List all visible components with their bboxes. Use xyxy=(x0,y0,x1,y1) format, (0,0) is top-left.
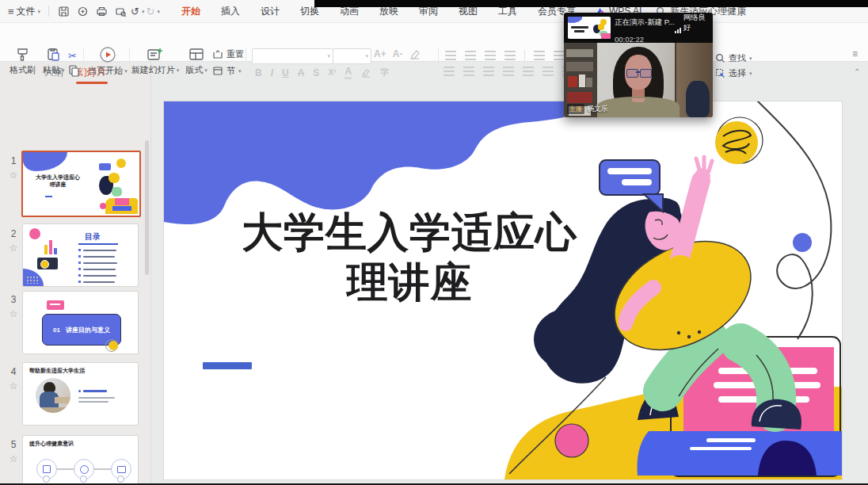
strikethrough-button[interactable]: A xyxy=(298,67,305,78)
decrease-font-button[interactable]: A- xyxy=(393,48,403,59)
slide-number: 1 xyxy=(8,155,19,166)
paste-button[interactable]: 粘贴▾ xyxy=(43,47,65,74)
font-size-select[interactable]: ▾ xyxy=(333,48,371,64)
webcam-video[interactable]: 主播 杨文乐 xyxy=(564,43,713,117)
collapse-ribbon-icon[interactable]: ⌃ xyxy=(854,67,860,76)
tab-insert[interactable]: 插入 xyxy=(221,5,240,18)
distribute-icon[interactable] xyxy=(523,67,534,76)
tab-home[interactable]: 开始 xyxy=(181,5,200,18)
text-shadow-button[interactable]: S xyxy=(313,67,319,78)
panel-list-icon[interactable]: ≡ xyxy=(852,48,858,59)
meeting-header: 正在演示-新建 P... 网络良好 00:02:22 xyxy=(564,13,713,43)
italic-button[interactable]: I xyxy=(271,67,273,78)
copy-button[interactable] xyxy=(68,64,80,77)
role-badge: 主播 xyxy=(567,104,584,114)
favorite-star-icon[interactable]: ☆ xyxy=(8,453,19,464)
slide-panel: 大纲 幻灯片 ‹ 1 ☆ 大学生入学适应心理讲座 2 ☆ 目录 xyxy=(0,61,151,485)
redo-icon: ↻ xyxy=(147,6,155,17)
undo-button[interactable]: ↺ ▾ xyxy=(130,0,145,22)
meeting-window-top-edge xyxy=(314,0,868,7)
divider xyxy=(48,6,49,17)
search-icon xyxy=(715,53,725,63)
slide-title[interactable]: 大学生入学适应心 理讲座 xyxy=(188,208,631,307)
chevron-down-icon: ▾ xyxy=(157,9,160,14)
favorite-star-icon[interactable]: ☆ xyxy=(8,242,19,254)
print-preview-button[interactable] xyxy=(112,3,128,19)
paste-icon xyxy=(46,47,61,63)
play-from-current-button[interactable]: 当页开始▾ xyxy=(87,46,128,75)
section-icon xyxy=(212,66,223,76)
clear-format-icon[interactable] xyxy=(409,48,421,59)
find-button[interactable]: 查找▾ xyxy=(715,52,752,64)
align-right-icon[interactable] xyxy=(483,67,494,76)
decrease-indent-icon[interactable] xyxy=(485,51,496,60)
reset-icon xyxy=(212,49,223,59)
slide-number: 4 xyxy=(8,366,19,377)
presenting-title: 正在演示-新建 P... xyxy=(615,17,675,28)
bold-button[interactable]: B xyxy=(255,67,262,78)
highlight-icon[interactable] xyxy=(360,67,371,78)
elapsed-time: 00:02:22 xyxy=(615,35,709,44)
meeting-overlay[interactable]: 正在演示-新建 P... 网络良好 00:02:22 xyxy=(564,13,713,117)
save-button[interactable] xyxy=(55,3,71,19)
scissors-icon: ✂ xyxy=(68,50,77,62)
editing-canvas: 大学生入学适应心 理讲座 xyxy=(150,61,868,485)
slide-number: 5 xyxy=(8,439,19,450)
align-left-icon[interactable] xyxy=(444,67,455,76)
paragraph-tools-row1 xyxy=(445,50,565,61)
section-button[interactable]: 节▾ xyxy=(212,65,242,77)
slide-canvas[interactable]: 大学生入学适应心 理讲座 xyxy=(164,101,842,479)
chevron-down-icon: ▾ xyxy=(38,9,41,14)
slide-thumbnail-5[interactable]: 提升心理健康意识 xyxy=(22,435,139,485)
cut-button[interactable]: ✂ xyxy=(68,48,77,63)
select-button[interactable]: 选择▾ xyxy=(715,67,752,79)
superscript-button[interactable]: X² xyxy=(328,68,336,77)
redo-button[interactable]: ↻ ▾ xyxy=(146,0,161,22)
format-painter-button[interactable]: 格式刷 xyxy=(10,47,36,74)
slide-thumbnail-1[interactable]: 大学生入学适应心理讲座 xyxy=(21,151,141,217)
font-family-select[interactable]: ▾ xyxy=(252,48,333,64)
presenting-thumbnail[interactable] xyxy=(568,17,611,39)
slide-thumbnail-2[interactable]: 目录 xyxy=(22,223,139,287)
file-menu[interactable]: ≡ 文件 ▾ xyxy=(5,0,44,22)
slide-number: 3 xyxy=(8,294,19,305)
chevron-down-icon: ▾ xyxy=(142,9,145,14)
format-painter-icon xyxy=(14,47,31,63)
bullet-list-icon[interactable] xyxy=(445,51,456,60)
line-spacing-icon[interactable] xyxy=(542,67,554,76)
hamburger-icon: ≡ xyxy=(8,6,14,17)
file-menu-label: 文件 xyxy=(17,5,36,18)
network-status: 网络良好 xyxy=(675,13,709,33)
select-icon xyxy=(715,68,725,78)
tab-design[interactable]: 设计 xyxy=(261,5,280,18)
increase-font-button[interactable]: A+ xyxy=(374,48,386,59)
favorite-star-icon[interactable]: ☆ xyxy=(8,380,19,391)
presenter-name: 杨文乐 xyxy=(587,104,608,114)
reset-button[interactable]: 重置 xyxy=(212,48,244,60)
align-center-icon[interactable] xyxy=(463,67,474,76)
new-slide-button[interactable]: 新建幻灯片▾ xyxy=(131,47,179,74)
ribbon-toolbar: 格式刷 粘贴▾ ✂ 当页开始▾ 新建幻灯片▾ 版式▾ 重置 节▾ ▾ ▾ A+ … xyxy=(0,22,868,62)
slide-thumbnail-3[interactable]: 01讲座目的与意义 xyxy=(22,291,139,354)
slide-number: 2 xyxy=(8,228,19,239)
phonetic-guide-icon[interactable] xyxy=(534,51,545,60)
layout-button[interactable]: 版式▾ xyxy=(181,47,212,74)
print-button[interactable] xyxy=(93,3,109,19)
justify-icon[interactable] xyxy=(503,67,514,76)
slide-thumbnail-4[interactable]: 帮助新生适应大学生活 xyxy=(22,362,139,426)
favorite-star-icon[interactable]: ☆ xyxy=(8,170,19,181)
text-direction-icon[interactable] xyxy=(554,51,565,60)
undo-icon: ↺ xyxy=(131,6,139,17)
favorite-star-icon[interactable]: ☆ xyxy=(8,308,19,319)
numbered-list-icon[interactable] xyxy=(465,51,476,60)
new-slide-icon xyxy=(147,47,164,63)
increase-indent-icon[interactable] xyxy=(504,51,516,60)
signal-bars-icon xyxy=(675,28,681,33)
underline-button[interactable]: U xyxy=(282,67,289,78)
title-underline-bar xyxy=(203,362,252,369)
glasses-right-lens xyxy=(640,69,652,78)
char-tool-button[interactable]: 字 xyxy=(380,67,389,78)
export-button[interactable] xyxy=(74,3,90,19)
sidebar-scrollbar[interactable] xyxy=(145,140,149,275)
font-color-button[interactable]: A xyxy=(345,66,352,79)
